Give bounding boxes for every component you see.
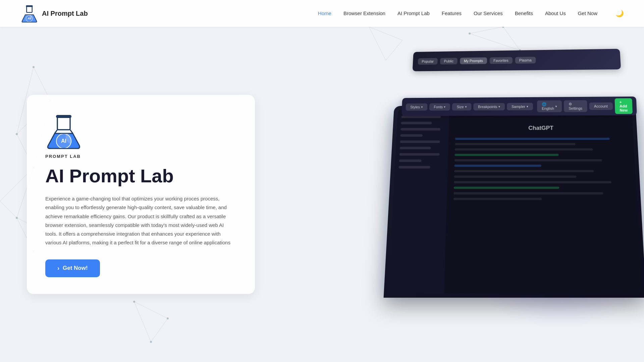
nav-browser-extension[interactable]: Browser Extension	[343, 10, 385, 16]
nav-home[interactable]: Home	[318, 10, 331, 16]
chip-styles: Styles ▾	[406, 103, 427, 111]
chevron-icon: ›	[57, 265, 59, 272]
nav-our-services[interactable]: Our Services	[474, 10, 503, 16]
tab-plasma: Plasma	[515, 57, 536, 64]
svg-line-55	[70, 130, 73, 133]
svg-text:AI: AI	[61, 138, 66, 144]
nav-ai-prompt-lab[interactable]: AI Prompt Lab	[397, 10, 430, 16]
svg-line-54	[55, 130, 57, 133]
nav-get-now[interactable]: Get Now	[578, 10, 597, 16]
card-logo-text: PROMPT LAB	[45, 154, 81, 159]
hero-title: AI Prompt Lab	[45, 166, 236, 186]
tablet-mockup: ChatGPT	[389, 101, 641, 295]
hero-card: AI PROMPT LAB AI Prompt Lab Experience a…	[27, 95, 255, 294]
get-now-label: Get Now!	[63, 265, 88, 272]
dark-mode-toggle[interactable]: 🌙	[615, 9, 624, 17]
nav-about-us[interactable]: About Us	[545, 10, 566, 16]
brand-name: AI Prompt Lab	[42, 10, 88, 17]
tab-my-prompts: My Prompts	[460, 57, 487, 64]
get-now-button[interactable]: › Get Now!	[45, 259, 100, 277]
svg-rect-51	[56, 115, 71, 118]
svg-point-49	[30, 15, 32, 19]
tab-favorites: Favorites	[489, 57, 513, 64]
chip-settings: ⚙ Settings	[564, 100, 587, 112]
navbar: AI AI Prompt Lab Home Browser Extension …	[0, 0, 644, 27]
hero-devices: Popular Public My Prompts Favorites Plas…	[389, 44, 644, 295]
chip-sampler: Sampler ▾	[507, 103, 533, 110]
nav-links: Home Browser Extension AI Prompt Lab Fea…	[318, 9, 624, 17]
browser-toolbar-mockup: Popular Public My Prompts Favorites Plas…	[413, 49, 621, 71]
chip-account: Account	[589, 102, 613, 110]
editor-toolbar-mockup: Styles ▾ Fonts ▾ Size ▾ Breakpoints ▾ Sa…	[401, 97, 637, 116]
svg-rect-50	[57, 116, 70, 130]
nav-benefits[interactable]: Benefits	[515, 10, 533, 16]
brand-logo[interactable]: AI AI Prompt Lab	[20, 3, 88, 23]
nav-features[interactable]: Features	[442, 10, 462, 16]
tablet-content: ChatGPT	[444, 110, 642, 293]
hero-description: Experience a game-changing tool that opt…	[45, 194, 236, 247]
tablet-sidebar	[388, 110, 449, 293]
chip-english: 🌐 English ▾	[537, 100, 562, 112]
chip-fonts: Fonts ▾	[429, 103, 450, 111]
hero-section: AI PROMPT LAB AI Prompt Lab Experience a…	[0, 27, 644, 362]
svg-rect-46	[26, 5, 33, 7]
tab-public: Public	[440, 58, 458, 64]
card-logo: AI PROMPT LAB	[45, 112, 236, 159]
tab-popular: Popular	[418, 58, 438, 65]
chip-size: Size ▾	[452, 103, 471, 110]
chip-breakpoints: Breakpoints ▾	[473, 103, 505, 110]
card-logo-icon: AI	[45, 112, 82, 152]
chatgpt-label: ChatGPT	[455, 125, 627, 131]
logo-icon: AI	[20, 3, 39, 23]
add-new-btn-mock: + Add New	[614, 98, 633, 114]
